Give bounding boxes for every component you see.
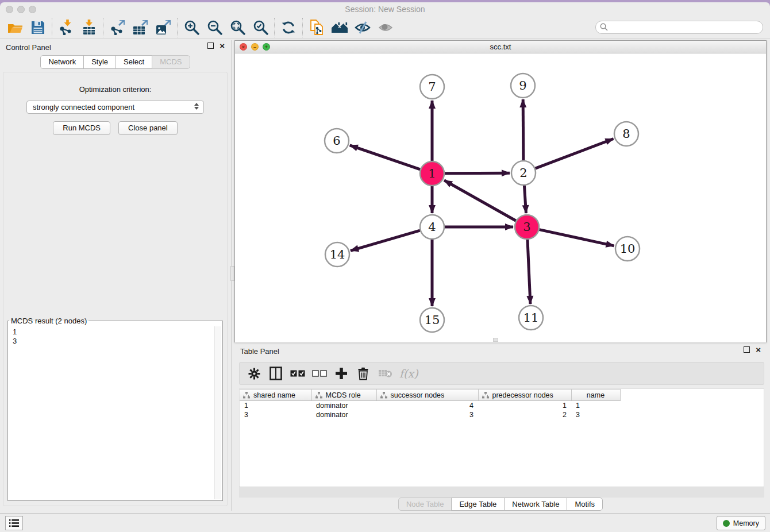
hide-graphics-details-button[interactable]: [351, 18, 374, 37]
graph-edge[interactable]: [351, 230, 420, 250]
network-view-window: × – + scc.txt 7968124314101511: [234, 40, 767, 342]
status-bar: Memory: [0, 513, 770, 532]
tab-node-table[interactable]: Node Table: [398, 498, 452, 511]
table-horizontal-scrollbar[interactable]: [239, 487, 764, 498]
tab-network[interactable]: Network: [40, 55, 84, 69]
close-panel-button[interactable]: Close panel: [118, 121, 178, 135]
tab-motifs[interactable]: Motifs: [567, 498, 603, 511]
memory-button[interactable]: Memory: [717, 516, 765, 530]
show-columns-button[interactable]: [266, 364, 286, 383]
tab-network-table[interactable]: Network Table: [504, 498, 567, 511]
table-cell: [620, 401, 764, 410]
table-header-row: shared name MCDS role successor nodes pr…: [240, 390, 764, 401]
graph-edge[interactable]: [536, 139, 614, 169]
table-cell: dominator: [311, 401, 376, 410]
graph-node-label: 7: [428, 80, 436, 94]
table-cell: [620, 410, 764, 419]
graph-edge[interactable]: [524, 186, 526, 213]
tab-edge-table[interactable]: Edge Table: [451, 498, 505, 511]
graph-edge[interactable]: [445, 173, 510, 174]
network-window-titlebar[interactable]: × – + scc.txt: [235, 41, 766, 53]
graph-node-label: 15: [425, 313, 440, 327]
graph-node-label: 3: [523, 220, 530, 234]
optimization-criterion-label: Optimization criterion:: [3, 85, 227, 94]
export-network-icon: [110, 20, 125, 35]
splitter-handle[interactable]: [230, 266, 234, 281]
result-scrollbar[interactable]: [214, 326, 221, 499]
delete-row-button[interactable]: [353, 364, 373, 383]
run-mcds-button[interactable]: Run MCDS: [53, 121, 110, 135]
delete-column-button[interactable]: [375, 364, 395, 383]
search-input[interactable]: [595, 21, 763, 34]
open-folder-icon: [7, 20, 23, 34]
column-mcds-role[interactable]: MCDS role: [311, 390, 376, 401]
apply-layout-button[interactable]: [277, 18, 300, 37]
toolbar-separator: [177, 18, 178, 37]
export-table-button[interactable]: [129, 18, 152, 37]
plus-icon: [335, 367, 348, 380]
tab-mcds[interactable]: MCDS: [152, 55, 190, 69]
graph-edge[interactable]: [528, 240, 530, 304]
tab-style[interactable]: Style: [83, 55, 116, 69]
checked-boxes-icon: [290, 370, 305, 377]
save-session-button[interactable]: [26, 18, 49, 37]
home-pages-button[interactable]: [328, 18, 351, 37]
column-name[interactable]: name: [571, 390, 620, 401]
export-network-button[interactable]: [106, 18, 129, 37]
table-panel-close-icon[interactable]: ×: [756, 346, 761, 353]
memory-status-icon: [723, 520, 730, 527]
toolbar-separator: [52, 18, 52, 37]
mcds-result-text[interactable]: 1 3: [9, 326, 214, 499]
control-panel-title: Control Panel: [6, 43, 51, 52]
zoom-fit-icon: [230, 20, 245, 35]
tab-select[interactable]: Select: [116, 55, 152, 69]
control-panel-float-icon[interactable]: [207, 43, 214, 49]
table-panel-float-icon[interactable]: [744, 346, 750, 353]
open-session-button[interactable]: [3, 18, 26, 37]
table-row[interactable]: 1dominator411: [240, 401, 764, 410]
table-cell: 1: [478, 401, 571, 410]
column-shared-name[interactable]: shared name: [240, 390, 311, 401]
zoom-out-button[interactable]: [203, 18, 226, 37]
save-icon: [31, 21, 45, 34]
import-table-icon: [82, 20, 96, 35]
graph-edge[interactable]: [523, 99, 523, 160]
control-panel-close-icon[interactable]: ×: [220, 43, 225, 49]
canvas-splitter-handle[interactable]: [493, 338, 498, 342]
zoom-in-button[interactable]: [180, 18, 203, 37]
import-table-button[interactable]: [78, 18, 101, 37]
table-options-button[interactable]: [244, 364, 264, 383]
optimization-criterion-select[interactable]: strongly connected component: [26, 101, 204, 114]
graph-node-label: 6: [333, 134, 340, 148]
table-toolbar: f(x): [239, 362, 764, 385]
column-successor-nodes[interactable]: successor nodes: [376, 390, 478, 401]
apply-function-button[interactable]: f(x): [397, 367, 418, 380]
hierarchy-icon: [380, 392, 387, 399]
graph-edge[interactable]: [350, 145, 420, 169]
panel-splitter[interactable]: [230, 40, 234, 511]
network-graph: 7968124314101511: [235, 53, 766, 342]
task-history-button[interactable]: [5, 516, 23, 530]
table-cell: 1: [240, 401, 311, 410]
select-all-columns-button[interactable]: [288, 364, 307, 383]
import-network-button[interactable]: [55, 18, 78, 37]
list-icon: [9, 519, 19, 527]
zoom-selected-button[interactable]: [249, 18, 272, 37]
graph-edge[interactable]: [539, 230, 614, 246]
graph-node-label: 8: [622, 127, 630, 141]
add-row-button[interactable]: [332, 364, 351, 383]
show-graphics-details-button[interactable]: [374, 18, 397, 37]
graph-edge[interactable]: [444, 180, 516, 221]
table-row[interactable]: 3dominator323: [240, 410, 764, 419]
unselect-all-columns-button[interactable]: [310, 364, 329, 383]
export-image-button[interactable]: [152, 18, 175, 37]
table-cell: 3: [571, 410, 620, 419]
column-predecessor-nodes[interactable]: predecessor nodes: [478, 390, 571, 401]
graph-node-label: 11: [523, 311, 539, 325]
network-canvas[interactable]: 7968124314101511: [235, 53, 766, 342]
clone-network-button[interactable]: [305, 18, 328, 37]
clone-network-icon: [310, 20, 324, 36]
zoom-fit-button[interactable]: [226, 18, 249, 37]
eye-slash-icon: [355, 21, 371, 34]
columns-icon: [270, 367, 282, 380]
